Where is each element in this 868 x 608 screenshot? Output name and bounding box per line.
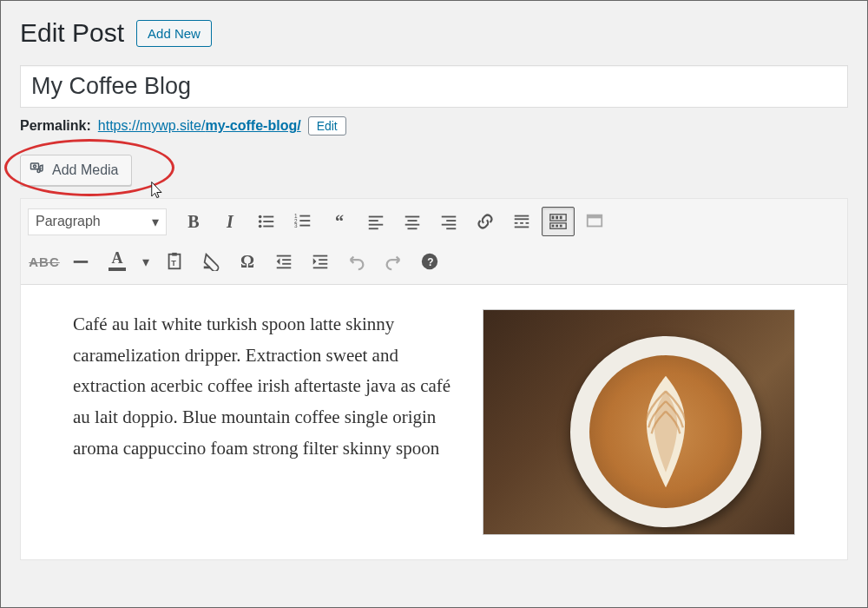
format-value: Paragraph (36, 214, 101, 229)
indent-button[interactable] (304, 247, 337, 276)
permalink-base: https://mywp.site/ (98, 118, 206, 133)
svg-rect-3 (263, 216, 273, 218)
svg-rect-37 (552, 225, 555, 228)
read-more-button[interactable] (505, 207, 538, 236)
special-character-button[interactable]: Ω (231, 247, 264, 276)
svg-rect-38 (556, 225, 558, 228)
svg-rect-31 (515, 227, 529, 228)
svg-rect-41 (588, 215, 602, 219)
bold-button[interactable]: B (177, 207, 210, 236)
svg-rect-22 (442, 216, 457, 218)
svg-rect-9 (299, 215, 310, 217)
page-title: Edit Post (20, 18, 124, 48)
svg-text:?: ? (427, 256, 433, 268)
svg-rect-20 (405, 224, 420, 226)
toolbar-toggle-button[interactable] (542, 207, 575, 236)
svg-rect-39 (560, 225, 562, 228)
bullet-list-button[interactable] (250, 207, 283, 236)
editor-box: Paragraph ▾ B I 123 “ (20, 198, 848, 560)
format-dropdown[interactable]: Paragraph ▾ (28, 208, 167, 235)
svg-rect-35 (560, 216, 562, 220)
svg-rect-54 (313, 267, 328, 268)
help-button[interactable]: ? (413, 247, 446, 276)
svg-rect-25 (446, 228, 456, 229)
svg-rect-47 (277, 255, 292, 257)
redo-button[interactable] (377, 247, 410, 276)
outdent-button[interactable] (267, 247, 300, 276)
permalink-link[interactable]: https://mywp.site/my-coffe-blog/ (98, 118, 301, 134)
svg-rect-52 (319, 259, 327, 261)
align-left-button[interactable] (359, 207, 392, 236)
svg-rect-5 (263, 221, 273, 222)
svg-rect-16 (369, 224, 384, 226)
add-media-button[interactable]: Add Media (20, 155, 132, 186)
svg-rect-18 (405, 216, 420, 218)
svg-rect-44 (172, 253, 177, 256)
svg-point-4 (259, 220, 262, 223)
svg-rect-42 (74, 261, 89, 263)
svg-rect-0 (31, 163, 39, 169)
svg-rect-15 (369, 220, 378, 221)
svg-rect-51 (313, 255, 328, 257)
svg-rect-49 (282, 263, 291, 265)
svg-rect-21 (408, 228, 418, 229)
text-color-dropdown[interactable]: ▾ (137, 247, 155, 276)
svg-rect-27 (515, 218, 529, 220)
numbered-list-button[interactable]: 123 (286, 207, 319, 236)
svg-rect-14 (369, 216, 384, 218)
clear-formatting-button[interactable] (194, 247, 227, 276)
italic-button[interactable]: I (214, 207, 247, 236)
post-title-input[interactable] (20, 65, 848, 108)
svg-rect-34 (556, 216, 558, 220)
svg-rect-23 (446, 220, 456, 221)
svg-rect-26 (515, 215, 529, 217)
svg-rect-13 (299, 225, 310, 227)
svg-rect-19 (408, 220, 418, 221)
undo-button[interactable] (340, 247, 373, 276)
permalink-row: Permalink: https://mywp.site/my-coffe-bl… (20, 116, 848, 135)
align-center-button[interactable] (396, 207, 429, 236)
svg-rect-48 (282, 259, 291, 261)
svg-point-2 (259, 215, 262, 219)
svg-rect-46 (204, 267, 210, 269)
post-body-text[interactable]: Café au lait white turkish spoon latte s… (73, 309, 457, 535)
svg-point-6 (259, 225, 262, 228)
permalink-label: Permalink: (20, 118, 91, 134)
chevron-down-icon: ▾ (142, 254, 149, 270)
paste-text-button[interactable]: T (158, 247, 191, 276)
editor-content[interactable]: Café au lait white turkish spoon latte s… (21, 285, 847, 559)
svg-rect-29 (520, 222, 523, 224)
link-button[interactable] (469, 207, 502, 236)
svg-rect-7 (263, 226, 273, 228)
svg-point-1 (34, 165, 36, 168)
svg-rect-30 (526, 222, 529, 224)
svg-rect-53 (319, 263, 327, 265)
svg-rect-24 (442, 224, 457, 226)
strikethrough-button[interactable]: ABC (28, 247, 61, 276)
chevron-down-icon: ▾ (152, 214, 159, 230)
align-right-button[interactable] (432, 207, 465, 236)
add-new-button[interactable]: Add New (136, 20, 212, 47)
add-media-label: Add Media (52, 162, 119, 178)
blockquote-button[interactable]: “ (323, 207, 356, 236)
svg-rect-28 (515, 222, 518, 224)
svg-text:3: 3 (294, 222, 298, 228)
svg-text:T: T (171, 259, 176, 268)
distraction-free-button[interactable] (578, 207, 611, 236)
editor-toolbar: Paragraph ▾ B I 123 “ (21, 199, 847, 285)
svg-rect-17 (369, 228, 378, 229)
post-image[interactable] (483, 309, 795, 535)
svg-rect-50 (277, 267, 292, 268)
svg-rect-11 (299, 220, 310, 221)
svg-rect-33 (552, 216, 555, 220)
text-color-button[interactable]: A (101, 247, 134, 276)
latte-art-icon (614, 371, 718, 492)
permalink-edit-button[interactable]: Edit (308, 116, 346, 135)
permalink-slug: my-coffe-blog/ (205, 118, 300, 133)
camera-music-icon (30, 161, 45, 180)
horizontal-rule-button[interactable] (64, 247, 97, 276)
